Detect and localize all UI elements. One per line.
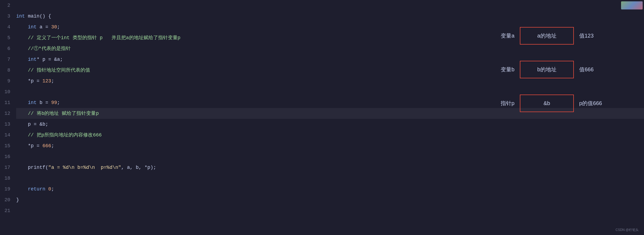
code-token: // 把p所指向地址的内容修改666 — [16, 132, 102, 138]
memory-row: 指针p&bp的值666 — [493, 95, 612, 112]
watermark: CSDN @柠笔头 — [615, 228, 639, 232]
code-token: ; — [57, 24, 60, 30]
code-token: 99 — [51, 100, 57, 105]
line-number: 11 — [0, 97, 10, 108]
line-number: 6 — [0, 43, 10, 54]
code-token: int — [16, 14, 25, 19]
memory-value: 值123 — [579, 32, 612, 39]
code-line: printf("a = %d\n b=%d\n p=%d\n", a, b, *… — [16, 162, 644, 173]
diagram-area: 变量aa的地址值123变量bb的地址值666指针p&bp的值666 — [493, 27, 612, 112]
line-number: 8 — [0, 65, 10, 76]
code-token: "a = %d\n b=%d\n p=%d\n" — [48, 165, 121, 170]
code-token: return — [16, 186, 48, 192]
code-line — [16, 205, 644, 216]
code-token: *p = — [16, 143, 42, 149]
code-line: // 把p所指向地址的内容修改666 — [16, 130, 644, 140]
line-number: 18 — [0, 173, 10, 184]
line-number: 16 — [0, 151, 10, 162]
code-token: // 将b的地址 赋给了指针变量p — [16, 111, 99, 116]
code-token: ; — [51, 78, 54, 84]
line-number: 20 — [0, 194, 10, 205]
code-token: 30 — [51, 24, 57, 30]
line-number: 17 — [0, 162, 10, 173]
code-token: b = — [37, 100, 51, 105]
code-token: ; — [57, 100, 60, 105]
line-number: 4 — [0, 22, 10, 32]
line-number: 13 — [0, 119, 10, 130]
code-token: int — [16, 100, 37, 105]
code-line: *p = 666; — [16, 140, 644, 151]
code-token: } — [16, 197, 19, 203]
memory-label: 变量b — [493, 66, 514, 73]
code-token: ; — [51, 143, 54, 149]
code-token: * p = &a; — [37, 57, 63, 62]
memory-value: 值666 — [579, 66, 612, 73]
code-line — [16, 151, 644, 162]
top-right-badge — [621, 1, 643, 9]
code-token: , a, b, *p); — [121, 165, 156, 170]
code-token: //①*代表的是指针 — [16, 46, 71, 51]
line-number: 14 — [0, 130, 10, 140]
code-token: p = &b; — [16, 122, 48, 127]
memory-box: &b — [520, 95, 574, 112]
code-line: int main() { — [16, 11, 644, 22]
code-line: return 0; — [16, 184, 644, 194]
code-token: a = — [37, 24, 51, 30]
memory-label: 变量a — [493, 32, 514, 39]
memory-label: 指针p — [493, 100, 514, 107]
code-token: main() { — [25, 14, 51, 19]
code-token: printf( — [16, 165, 48, 170]
line-number: 21 — [0, 205, 10, 216]
line-number: 12 — [0, 108, 10, 119]
code-line — [16, 0, 644, 11]
code-line: p = &b; — [16, 119, 644, 130]
code-token: ; — [51, 186, 54, 192]
code-token: 666 — [42, 143, 51, 149]
line-number: 2 — [0, 0, 10, 11]
code-token: // 指针地址空间所代表的值 — [16, 68, 90, 73]
memory-box: a的地址 — [520, 27, 574, 45]
code-token: int — [16, 57, 37, 62]
memory-box: b的地址 — [520, 61, 574, 78]
memory-row: 变量aa的地址值123 — [493, 27, 612, 45]
code-line — [16, 173, 644, 184]
line-number: 15 — [0, 140, 10, 151]
code-token: 123 — [42, 78, 51, 84]
line-number: 3 — [0, 11, 10, 22]
code-token: *p = — [16, 78, 42, 84]
memory-value: p的值666 — [579, 100, 612, 107]
code-token: int — [16, 24, 37, 30]
code-token: // 定义了一个int 类型的指针 p 并且把a的地址赋给了指针变量p — [16, 35, 180, 41]
line-numbers: 23456789101112131415161718192021 — [0, 0, 13, 235]
line-number: 10 — [0, 86, 10, 97]
line-number: 5 — [0, 32, 10, 43]
line-number: 9 — [0, 76, 10, 86]
line-number: 7 — [0, 54, 10, 65]
code-token: 0 — [48, 186, 51, 192]
memory-row: 变量bb的地址值666 — [493, 61, 612, 78]
code-line: } — [16, 194, 644, 205]
line-number: 19 — [0, 184, 10, 194]
